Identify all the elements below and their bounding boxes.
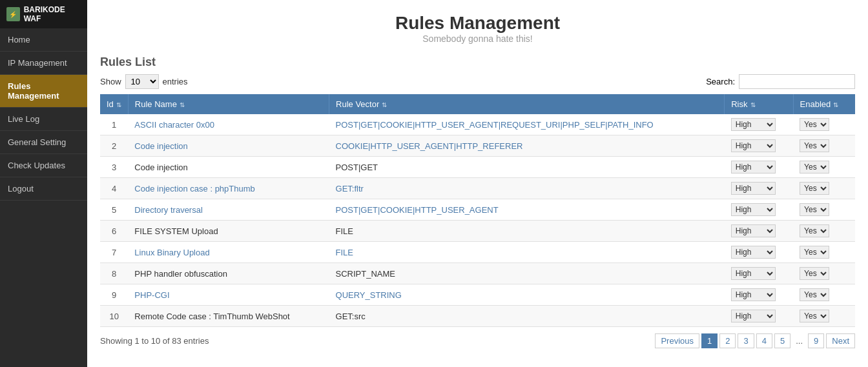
risk-select[interactable]: HighMediumLow <box>731 203 776 216</box>
enabled-select[interactable]: YesNo <box>800 310 829 322</box>
row-rule-name[interactable]: PHP-CGI <box>128 284 329 306</box>
table-row: 3Code injectionPOST|GETHighMediumLowYesN… <box>100 157 855 178</box>
sidebar-item-general-setting[interactable]: General Setting <box>0 131 87 154</box>
risk-select[interactable]: HighMediumLow <box>731 118 776 131</box>
row-enabled[interactable]: YesNo <box>793 263 855 284</box>
col-rule-name[interactable]: Rule Name⇅ <box>128 94 329 114</box>
search-input[interactable] <box>739 74 855 89</box>
table-row: 9PHP-CGIQUERY_STRINGHighMediumLowYesNo <box>100 284 855 306</box>
risk-select[interactable]: HighMediumLow <box>731 139 776 152</box>
row-rule-name[interactable]: Code injection case : phpThumb <box>128 178 329 199</box>
pagination-page-1[interactable]: 1 <box>701 333 718 348</box>
pagination-page-4[interactable]: 4 <box>756 333 772 348</box>
risk-select[interactable]: HighMediumLow <box>731 224 776 237</box>
enabled-select[interactable]: YesNo <box>800 118 829 131</box>
pagination-page-2[interactable]: 2 <box>719 333 736 348</box>
risk-select[interactable]: HighMediumLow <box>731 161 776 174</box>
sidebar-item-ip-management[interactable]: IP Management <box>0 52 87 75</box>
col-id-sort-icon[interactable]: ⇅ <box>116 101 121 108</box>
enabled-select[interactable]: YesNo <box>800 224 829 237</box>
col-risk[interactable]: Risk⇅ <box>725 94 793 114</box>
enabled-select[interactable]: YesNo <box>800 246 829 259</box>
col-enabled-sort-icon[interactable]: ⇅ <box>833 101 838 108</box>
pagination-last-page[interactable]: 9 <box>808 333 824 348</box>
row-enabled[interactable]: YesNo <box>793 221 855 242</box>
table-row: 7Linux Binary UploadFILEHighMediumLowYes… <box>100 242 855 263</box>
show-label: Show <box>100 77 121 86</box>
enabled-select[interactable]: YesNo <box>800 288 829 301</box>
row-enabled[interactable]: YesNo <box>793 114 855 135</box>
sidebar-item-live-log[interactable]: Live Log <box>0 108 87 131</box>
row-enabled[interactable]: YesNo <box>793 157 855 178</box>
col-rule-vector-sort-icon[interactable]: ⇅ <box>382 101 387 108</box>
logo-bar: ⚡ BARIKODE WAF <box>0 0 87 28</box>
row-risk[interactable]: HighMediumLow <box>725 221 793 242</box>
row-risk[interactable]: HighMediumLow <box>725 306 793 327</box>
row-id: 3 <box>100 157 128 178</box>
risk-select[interactable]: HighMediumLow <box>731 310 776 322</box>
col-enabled[interactable]: Enabled⇅ <box>793 94 855 114</box>
pagination-page-5[interactable]: 5 <box>774 333 790 348</box>
row-rule-vector: POST|GET <box>329 157 725 178</box>
sidebar-item-home[interactable]: Home <box>0 28 87 52</box>
pagination-page-3[interactable]: 3 <box>738 333 754 348</box>
row-id: 4 <box>100 178 128 199</box>
row-risk[interactable]: HighMediumLow <box>725 263 793 284</box>
sidebar-item-logout[interactable]: Logout <box>0 177 87 201</box>
risk-select[interactable]: HighMediumLow <box>731 246 776 259</box>
pagination-bar: Showing 1 to 10 of 83 entries Previous12… <box>100 333 855 348</box>
row-risk[interactable]: HighMediumLow <box>725 284 793 306</box>
row-risk[interactable]: HighMediumLow <box>725 199 793 221</box>
row-id: 7 <box>100 242 128 263</box>
enabled-select[interactable]: YesNo <box>800 161 829 174</box>
risk-select[interactable]: HighMediumLow <box>731 288 776 301</box>
risk-select[interactable]: HighMediumLow <box>731 182 776 195</box>
col-rule-vector[interactable]: Rule Vector⇅ <box>329 94 725 114</box>
row-rule-name: Code injection <box>128 157 329 178</box>
row-id: 10 <box>100 306 128 327</box>
row-rule-name[interactable]: Linux Binary Upload <box>128 242 329 263</box>
sidebar-item-rules-management[interactable]: Rules Management <box>0 75 87 108</box>
nav-list: HomeIP ManagementRules ManagementLive Lo… <box>0 28 87 201</box>
show-entries-select[interactable]: 102550100 <box>125 74 159 89</box>
row-rule-name[interactable]: Code injection <box>128 135 329 157</box>
pagination-previous[interactable]: Previous <box>655 333 699 348</box>
row-enabled[interactable]: YesNo <box>793 306 855 327</box>
logo-text: BARIKODE WAF <box>24 5 81 23</box>
row-enabled[interactable]: YesNo <box>793 135 855 157</box>
page-title: Rules Management <box>100 13 855 34</box>
enabled-select[interactable]: YesNo <box>800 267 829 280</box>
table-row: 6FILE SYSTEM UploadFILEHighMediumLowYesN… <box>100 221 855 242</box>
risk-select[interactable]: HighMediumLow <box>731 267 776 280</box>
row-risk[interactable]: HighMediumLow <box>725 135 793 157</box>
row-rule-name[interactable]: Directory traversal <box>128 199 329 221</box>
sidebar-item-check-updates[interactable]: Check Updates <box>0 154 87 177</box>
row-risk[interactable]: HighMediumLow <box>725 157 793 178</box>
table-row: 5Directory traversalPOST|GET|COOKIE|HTTP… <box>100 199 855 221</box>
enabled-select[interactable]: YesNo <box>800 182 829 195</box>
col-id[interactable]: Id⇅ <box>100 94 128 114</box>
pagination-next[interactable]: Next <box>826 333 855 348</box>
col-risk-sort-icon[interactable]: ⇅ <box>750 101 756 108</box>
enabled-select[interactable]: YesNo <box>800 203 829 216</box>
row-rule-vector: GET:src <box>329 306 725 327</box>
row-risk[interactable]: HighMediumLow <box>725 178 793 199</box>
row-id: 2 <box>100 135 128 157</box>
search-bar: Search: <box>706 74 855 89</box>
row-enabled[interactable]: YesNo <box>793 242 855 263</box>
row-enabled[interactable]: YesNo <box>793 199 855 221</box>
row-enabled[interactable]: YesNo <box>793 284 855 306</box>
col-rule-name-sort-icon[interactable]: ⇅ <box>180 101 185 108</box>
enabled-select[interactable]: YesNo <box>800 139 829 152</box>
row-rule-vector: POST|GET|COOKIE|HTTP_USER_AGENT <box>329 199 725 221</box>
row-rule-name[interactable]: ASCII character 0x00 <box>128 114 329 135</box>
row-rule-name: Remote Code case : TimThumb WebShot <box>128 306 329 327</box>
row-enabled[interactable]: YesNo <box>793 178 855 199</box>
show-entries: Show 102550100 entries <box>100 74 188 89</box>
row-risk[interactable]: HighMediumLow <box>725 114 793 135</box>
row-risk[interactable]: HighMediumLow <box>725 242 793 263</box>
table-row: 2Code injectionCOOKIE|HTTP_USER_AGENT|HT… <box>100 135 855 157</box>
row-rule-vector: QUERY_STRING <box>329 284 725 306</box>
table-row: 10Remote Code case : TimThumb WebShotGET… <box>100 306 855 327</box>
row-rule-name: PHP handler obfuscation <box>128 263 329 284</box>
